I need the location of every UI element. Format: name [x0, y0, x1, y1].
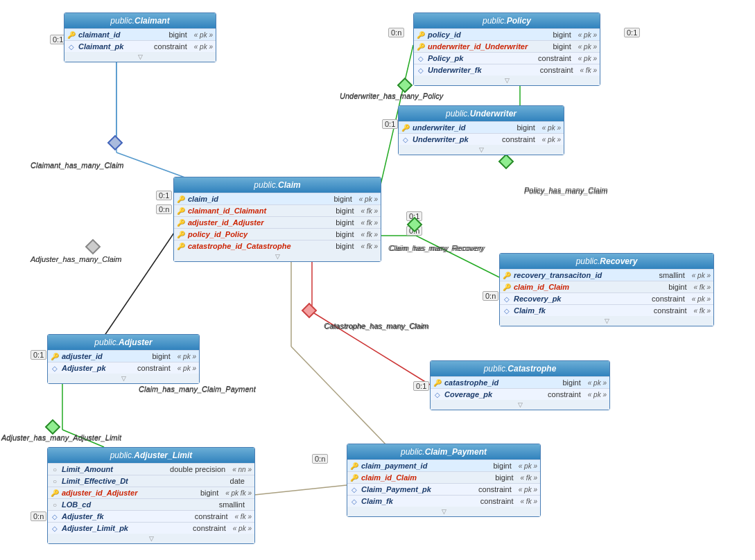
- cardinality-adjuster-limit-n: 0:n: [31, 511, 46, 521]
- row-policy-underwriter-fk: 🔑 underwriter_id_Underwriter bigint « pk…: [414, 40, 600, 52]
- row-claim-claimant-fk: 🔑 claimant_id_Claimant bigint « fk »: [174, 204, 381, 216]
- icon-diamond: ◇: [51, 364, 59, 372]
- table-footer-claimant: [64, 52, 216, 62]
- row-policy-pk: ◇ Policy_pk constraint « pk »: [414, 52, 600, 64]
- row-limit-effective-dt: ○ Limit_Effective_Dt date: [48, 475, 254, 487]
- icon-key-fk: 🔑: [503, 283, 511, 291]
- label-claimant-has-many-claim: Claimant_has_many_Claim: [31, 161, 124, 170]
- table-recovery[interactable]: public.Recovery 🔑 recovery_transaciton_i…: [499, 253, 714, 326]
- table-footer-claim: [174, 252, 381, 261]
- label-adjuster-has-many-adjuster-limit: Adjuster_has_many_Adjuster_Limit: [1, 434, 121, 442]
- icon-circle: ○: [51, 465, 59, 473]
- table-header-policy: public.Policy: [414, 13, 600, 28]
- icon-diamond: ◇: [401, 135, 410, 143]
- row-claim-payment-id: 🔑 claim_payment_id bigint « pk »: [347, 460, 540, 471]
- svg-line-6: [416, 236, 499, 277]
- icon-key-fk: 🔑: [177, 242, 185, 250]
- table-catastrophe[interactable]: public.Catastrophe 🔑 catastrophe_id bigi…: [430, 360, 610, 410]
- cardinality-claim-payment-n: 0:n: [312, 454, 328, 464]
- label-claim-has-many-recovery: Claim_has_many_Recovery: [390, 244, 485, 252]
- table-footer-adjuster-limit: [48, 534, 254, 543]
- cardinality-catastrophe-1: 0:1: [413, 381, 429, 391]
- table-header-claimant: public.Claimant: [64, 13, 216, 28]
- row-adjuster-pk: ◇ Adjuster_pk constraint « pk »: [48, 362, 199, 374]
- row-claim-catastrophe-fk: 🔑 catastrophe_id_Catastrophe bigint « fk…: [174, 240, 381, 252]
- row-claim-fk-recovery: ◇ Claim_fk constraint « fk »: [500, 304, 713, 316]
- icon-key-pk: 🔑: [67, 30, 76, 39]
- icon-key-pk: 🔑: [433, 378, 442, 387]
- table-footer-catastrophe: [431, 400, 609, 410]
- row-limit-amount: ○ Limit_Amount double precision « nn »: [48, 463, 254, 475]
- icon-diamond: ◇: [417, 66, 425, 74]
- icon-key-fk: 🔑: [417, 42, 425, 51]
- icon-diamond: ◇: [350, 497, 358, 505]
- icon-diamond: ◇: [503, 295, 511, 303]
- table-claim-payment[interactable]: public.Claim_Payment 🔑 claim_payment_id …: [347, 444, 541, 517]
- row-claim-adjuster-fk: 🔑 adjuster_id_Adjuster bigint « fk »: [174, 216, 381, 228]
- diamond-catastrophe-claim: [302, 303, 318, 319]
- icon-circle: ○: [51, 500, 59, 509]
- icon-key-pk: 🔑: [417, 30, 425, 39]
- table-footer-claim-payment: [347, 507, 540, 516]
- row-adjuster-limit-fk: 🔑 adjuster_id_Adjuster bigint « pk fk »: [48, 487, 254, 498]
- row-adjuster-limit-pk: ◇ Adjuster_Limit_pk constraint « pk »: [48, 522, 254, 534]
- icon-diamond: ◇: [51, 512, 59, 520]
- icon-diamond: ◇: [417, 54, 425, 62]
- icon-key-fk: 🔑: [51, 489, 59, 497]
- table-footer-recovery: [500, 316, 713, 326]
- table-header-claim: public.Claim: [174, 177, 381, 193]
- row-catastrophe-id: 🔑 catastrophe_id bigint « pk »: [431, 376, 609, 388]
- table-footer-policy: [414, 76, 600, 85]
- icon-diamond: ◇: [51, 524, 59, 532]
- table-adjuster-limit[interactable]: public.Adjuster_Limit ○ Limit_Amount dou…: [47, 447, 255, 544]
- table-underwriter[interactable]: public.Underwriter 🔑 underwriter_id bigi…: [398, 105, 564, 155]
- icon-key-pk: 🔑: [350, 462, 358, 470]
- icon-diamond: ◇: [67, 42, 76, 51]
- row-claimant-pk: ◇ Claimant_pk constraint « pk »: [64, 40, 216, 52]
- icon-circle: ○: [51, 477, 59, 485]
- row-underwriter-fk: ◇ Underwriter_fk constraint « fk »: [414, 64, 600, 76]
- row-lob-cd: ○ LOB_cd smallint: [48, 498, 254, 510]
- label-claim-has-many-payment: Claim_has_many_Claim_Payment: [139, 385, 256, 394]
- cardinality-policy-01: 0:1: [624, 28, 640, 37]
- cardinality-policy-1: 0:n: [388, 28, 404, 37]
- row-adjuster-id: 🔑 adjuster_id bigint « pk »: [48, 350, 199, 362]
- row-adjuster-fk-limit: ◇ Adjuster_fk constraint « fk »: [48, 510, 254, 522]
- icon-diamond: ◇: [350, 485, 358, 493]
- row-recovery-claim-fk: 🔑 claim_id_Claim bigint « fk »: [500, 281, 713, 292]
- label-underwriter-has-many-policy: Underwriter_has_many_Policy: [340, 92, 443, 100]
- table-footer-adjuster: [48, 374, 199, 383]
- cardinality-recovery-1: 0:n: [483, 291, 498, 301]
- table-adjuster[interactable]: public.Adjuster 🔑 adjuster_id bigint « p…: [47, 334, 200, 384]
- svg-line-11: [291, 347, 388, 447]
- diamond-adjuster-claim: [85, 239, 101, 255]
- icon-key-pk: 🔑: [401, 123, 410, 132]
- table-claim[interactable]: public.Claim 🔑 claim_id bigint « pk » 🔑 …: [173, 177, 381, 262]
- table-header-underwriter: public.Underwriter: [399, 106, 564, 121]
- row-claim-policy-fk: 🔑 policy_id_Policy bigint « fk »: [174, 228, 381, 240]
- diamond-adjuster-limit: [45, 419, 61, 435]
- row-claimant-id: 🔑 claimant_id bigint « pk »: [64, 28, 216, 40]
- row-underwriter-id: 🔑 underwriter_id bigint « pk »: [399, 121, 564, 133]
- icon-key-pk: 🔑: [51, 352, 59, 360]
- table-claimant[interactable]: public.Claimant 🔑 claimant_id bigint « p…: [64, 12, 216, 62]
- cardinality-claim-claimant-n: 0:n: [156, 204, 172, 214]
- row-underwriter-pk: ◇ Underwriter_pk constraint « pk »: [399, 133, 564, 145]
- row-claim-id: 🔑 claim_id bigint « pk »: [174, 193, 381, 204]
- table-footer-underwriter: [399, 145, 564, 155]
- row-recovery-pk: ◇ Recovery_pk constraint « pk »: [500, 292, 713, 304]
- label-policy-has-many-claim: Policy_has_many_Claim: [524, 187, 607, 195]
- row-claim-fk-payment: ◇ Claim_fk constraint « fk »: [347, 495, 540, 507]
- cardinality-underwriter-1: 0:1: [382, 119, 398, 129]
- table-policy[interactable]: public.Policy 🔑 policy_id bigint « pk » …: [413, 12, 600, 86]
- row-claim-payment-claim-fk: 🔑 claim_id_Claim bigint « fk »: [347, 471, 540, 483]
- diamond-policy-claim: [498, 154, 514, 170]
- cardinality-claim-claimant-1: 0:1: [156, 191, 172, 200]
- label-adjuster-has-many-claim: Adjuster_has_many_Claim: [31, 255, 121, 263]
- icon-diamond: ◇: [433, 390, 442, 399]
- table-header-catastrophe: public.Catastrophe: [431, 361, 609, 376]
- table-header-adjuster: public.Adjuster: [48, 335, 199, 350]
- diamond-claimant-claim: [107, 135, 123, 151]
- diamond-underwriter-policy: [397, 78, 413, 94]
- diagram-canvas: 0:1 0:1 0:n 0:n 0:1 0:1 0:1 0:n 0:n 0:1 …: [0, 0, 755, 560]
